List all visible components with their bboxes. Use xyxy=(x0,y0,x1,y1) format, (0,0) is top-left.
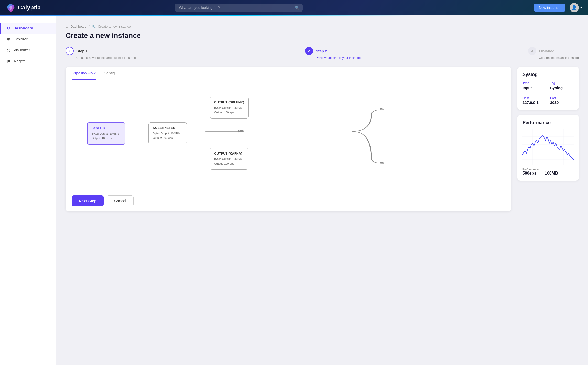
logo-text: Calyptia xyxy=(18,4,41,11)
tab-pipeline[interactable]: Pipeline/Flow xyxy=(72,67,96,80)
syslog-node-title: SYSLOG xyxy=(92,126,121,130)
port-field: Port 3030 xyxy=(550,96,574,105)
cancel-button[interactable]: Cancel xyxy=(107,195,134,206)
main-content: ⊙ Dashboard / 🔧 Create a new instance Cr… xyxy=(56,16,588,365)
sidebar-item-regex[interactable]: ▣ Regex xyxy=(0,56,56,67)
splunk-eps: Output: 100 eps xyxy=(214,110,244,115)
step-3-label: Finished xyxy=(539,49,555,53)
tag-field: Tag Syslog xyxy=(550,81,574,90)
content-row: Pipeline/Flow Config xyxy=(66,67,579,211)
sidebar-item-label: Dashboard xyxy=(13,26,33,30)
step-2-desc: Preview and check your instance xyxy=(305,56,361,60)
step-3-desc: Confirm the instance creation xyxy=(528,56,579,60)
syslog-host-grid: Host 127.0.0.1 Port 3030 xyxy=(522,96,574,105)
syslog-info-grid: Type Input Tag Syslog xyxy=(522,81,574,90)
regex-icon: ▣ xyxy=(7,59,11,63)
host-value: 127.0.0.1 xyxy=(522,100,546,105)
mb-metric: 100MB xyxy=(545,168,558,176)
pipeline-area: SYSLOG Bytes Output: 10MB/s Output: 100 … xyxy=(66,80,511,190)
step-1-circle: ✓ xyxy=(66,47,74,55)
search-input[interactable] xyxy=(175,4,303,12)
step-2: 2 Step 2 Preview and check your instance xyxy=(305,47,361,60)
tag-label: Tag xyxy=(550,81,574,85)
step-1: ✓ Step 1 Create a new Fluentd and Fluent… xyxy=(66,47,137,60)
user-avatar-menu[interactable]: 👤 ▾ xyxy=(570,3,582,12)
chevron-down-icon: ▾ xyxy=(580,6,582,9)
kubernetes-eps: Output: 100 eps xyxy=(153,136,182,141)
type-field: Type Input xyxy=(522,81,546,90)
performance-metrics: Performance 500eps 100MB xyxy=(522,168,574,176)
card-footer: Next Step Cancel xyxy=(66,190,511,211)
next-step-button[interactable]: Next Step xyxy=(72,195,104,206)
step-3-circle: 3 xyxy=(528,47,536,55)
sidebar-item-visualizer[interactable]: ◎ Visualizer xyxy=(0,45,56,56)
logo-area: Calyptia xyxy=(6,3,57,12)
avatar: 👤 xyxy=(570,3,579,12)
breadcrumb-icon2: 🔧 xyxy=(92,25,96,28)
splunk-bytes: Bytes Output: 10MB/s xyxy=(214,106,244,110)
node-syslog[interactable]: SYSLOG Bytes Output: 10MB/s Output: 100 … xyxy=(87,122,125,145)
syslog-info-card: Syslog Type Input Tag Syslog xyxy=(517,67,579,110)
sidebar-item-explorer[interactable]: ⊕ Explorer xyxy=(0,34,56,45)
node-output-kafka[interactable]: OUTPUT (KAFKA) Bytes Output: 10MB/s Outp… xyxy=(210,148,248,170)
svg-marker-2 xyxy=(240,130,244,131)
breadcrumb-icon: ⊙ xyxy=(66,25,68,28)
main-layout: ⊙ Dashboard ⊕ Explorer ◎ Visualizer ▣ Re… xyxy=(0,16,588,365)
perf-label: Performance xyxy=(522,168,539,171)
kubernetes-bytes: Bytes Output: 10MB/s xyxy=(153,131,182,136)
sidebar-item-label: Explorer xyxy=(13,37,28,41)
page-title: Create a new instance xyxy=(66,31,579,40)
divider xyxy=(522,93,574,93)
step-2-circle: 2 xyxy=(305,47,313,55)
logo-icon xyxy=(6,3,15,12)
host-label: Host xyxy=(522,96,546,100)
breadcrumb-parent[interactable]: Dashboard xyxy=(70,25,87,28)
kafka-bytes: Bytes Output: 10MB/s xyxy=(214,157,244,162)
svg-marker-1 xyxy=(380,162,384,163)
visualizer-icon: ◎ xyxy=(7,48,10,52)
step-2-label: Step 2 xyxy=(316,49,327,53)
step-connector-1 xyxy=(139,51,303,51)
tab-config[interactable]: Config xyxy=(103,67,116,80)
top-navigation: Calyptia 🔍 New instance 👤 ▾ xyxy=(0,0,588,15)
node-output-splunk[interactable]: OUTPUT (SPLUNK) Bytes Output: 10MB/s Out… xyxy=(210,97,249,119)
sidebar-item-label: Visualizer xyxy=(14,48,30,52)
eps-metric: Performance 500eps xyxy=(522,168,539,176)
host-field: Host 127.0.0.1 xyxy=(522,96,546,105)
breadcrumb-current: Create a new instance xyxy=(98,25,131,28)
sidebar-item-label: Regex xyxy=(14,59,25,63)
breadcrumb: ⊙ Dashboard / 🔧 Create a new instance xyxy=(66,25,579,28)
eps-value: 500eps xyxy=(522,171,539,176)
node-kubernetes[interactable]: KUBERNETES Bytes Output: 10MB/s Output: … xyxy=(148,122,187,144)
tab-bar: Pipeline/Flow Config xyxy=(66,67,511,80)
step-3: 3 Finished Confirm the instance creation xyxy=(528,47,579,60)
new-instance-button[interactable]: New instance xyxy=(534,4,565,12)
explorer-icon: ⊕ xyxy=(7,37,10,41)
type-label: Type xyxy=(522,81,546,85)
main-card: Pipeline/Flow Config xyxy=(66,67,511,211)
kafka-eps: Output: 100 eps xyxy=(214,162,244,166)
performance-card: Performance xyxy=(517,115,579,181)
kubernetes-node-title: KUBERNETES xyxy=(153,126,182,130)
port-label: Port xyxy=(550,96,574,100)
svg-marker-0 xyxy=(380,108,384,110)
syslog-eps: Output: 100 eps xyxy=(92,136,121,141)
step-connector-2 xyxy=(363,51,526,51)
performance-title: Performance xyxy=(522,120,574,125)
step-1-label: Step 1 xyxy=(76,49,88,53)
port-value: 3030 xyxy=(550,100,574,105)
dashboard-icon: ⊙ xyxy=(7,26,10,30)
performance-chart xyxy=(522,129,574,165)
right-panel: Syslog Type Input Tag Syslog xyxy=(517,67,579,181)
tag-value: Syslog xyxy=(550,85,574,90)
flow-diagram: SYSLOG Bytes Output: 10MB/s Output: 100 … xyxy=(72,87,505,184)
mb-value: 100MB xyxy=(545,171,558,176)
sidebar-item-dashboard[interactable]: ⊙ Dashboard xyxy=(0,23,56,34)
nav-right: New instance 👤 ▾ xyxy=(534,3,582,12)
syslog-bytes: Bytes Output: 10MB/s xyxy=(92,132,121,136)
step-1-desc: Create a new Fluentd and Fluent bit inst… xyxy=(66,56,137,60)
search-bar[interactable]: 🔍 xyxy=(175,4,303,12)
mb-label xyxy=(545,168,558,171)
search-icon: 🔍 xyxy=(295,5,300,10)
syslog-card-title: Syslog xyxy=(522,72,574,77)
